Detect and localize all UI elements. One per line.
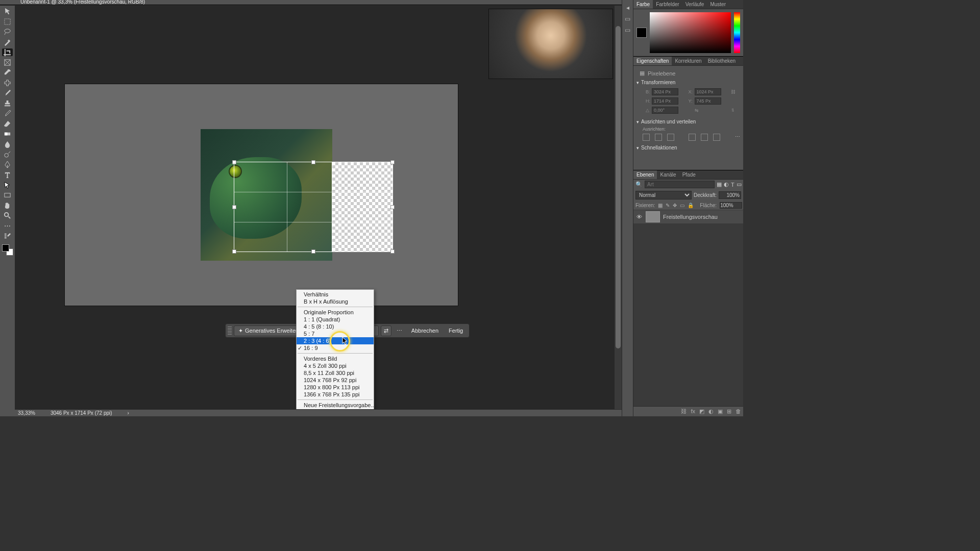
align-right-icon[interactable] (667, 134, 674, 141)
tab-bibliotheken[interactable]: Bibliotheken (705, 57, 739, 65)
menu-item[interactable]: 8,5 x 11 Zoll 300 ppi (297, 369, 374, 377)
scrollbar-vertical[interactable] (615, 6, 622, 409)
type-tool-icon[interactable] (2, 171, 13, 179)
group-icon[interactable]: ▣ (718, 408, 723, 415)
filter-adjust-icon[interactable]: ◐ (724, 181, 729, 188)
fx-icon[interactable]: fx (691, 408, 695, 415)
x-field[interactable] (695, 88, 721, 95)
zoom-tool-icon[interactable] (2, 212, 13, 219)
align-hcenter-icon[interactable] (655, 134, 662, 141)
angle-field[interactable] (652, 107, 678, 114)
zoom-level[interactable]: 33,33% (18, 410, 35, 416)
wand-tool-icon[interactable] (2, 38, 13, 46)
stamp-tool-icon[interactable] (2, 99, 13, 107)
flip-v-icon[interactable]: ⥮ (731, 108, 740, 113)
menu-item[interactable]: 1280 x 800 Px 113 ppi (297, 384, 374, 391)
tab-farbe[interactable]: Farbe (633, 0, 653, 9)
panel-icon[interactable]: ▭ (624, 27, 631, 34)
crop-handle[interactable] (390, 249, 395, 254)
path-tool-icon[interactable] (2, 181, 13, 189)
tab-korrekturen[interactable]: Korrekturen (672, 57, 704, 65)
filter-type-icon[interactable]: T (731, 182, 734, 188)
link-wh-icon[interactable]: ⛓ (731, 89, 740, 94)
layer-filter-input[interactable] (645, 181, 715, 188)
marquee-tool-icon[interactable] (2, 18, 13, 26)
crop-handle[interactable] (311, 249, 315, 254)
tab-muster[interactable]: Muster (707, 0, 729, 9)
tab-verlaeufe[interactable]: Verläufe (682, 0, 707, 9)
menu-item[interactable]: Verhältnis (297, 291, 374, 298)
align-bottom-icon[interactable] (713, 134, 720, 141)
generative-expand-button[interactable]: ✦ Generatives Erweitern (234, 325, 305, 336)
menu-item[interactable]: 4 : 5 (8 : 10) (297, 323, 374, 330)
menu-item[interactable]: 1 : 1 (Quadrat) (297, 316, 374, 323)
crop-handle[interactable] (232, 160, 236, 164)
layer-row[interactable]: 👁 Freistellungsvorschau (633, 210, 743, 223)
menu-item[interactable]: B x H x Auflösung (297, 298, 374, 305)
width-field[interactable] (652, 88, 678, 95)
lock-trans-icon[interactable]: ▦ (658, 203, 663, 208)
menu-item[interactable]: Neue Freistellungsvorgabe... (297, 402, 374, 409)
done-button[interactable]: Fertig (445, 326, 467, 335)
hue-slider[interactable] (734, 12, 740, 53)
expand-icon[interactable]: ◂ (624, 4, 631, 11)
lock-paint-icon[interactable]: ✎ (666, 203, 670, 208)
link-layers-icon[interactable]: ⛓ (681, 408, 687, 415)
layer-name-label[interactable]: Freistellungsvorschau (663, 214, 718, 220)
more-tools-icon[interactable]: ⋯ (2, 222, 13, 230)
flip-h-icon[interactable]: ⇋ (695, 108, 730, 113)
taskbar-drag-handle[interactable] (228, 327, 232, 335)
fill-field[interactable] (720, 202, 742, 209)
delete-icon[interactable]: 🗑 (736, 408, 741, 415)
brush-tool-icon[interactable] (2, 89, 13, 97)
crop-handle[interactable] (311, 160, 315, 164)
swap-orientation-button[interactable]: ⇄ (381, 325, 391, 336)
history-brush-icon[interactable] (2, 110, 13, 117)
color-swatches[interactable] (2, 244, 13, 256)
tab-ebenen[interactable]: Ebenen (633, 170, 657, 179)
tab-pfade[interactable]: Pfade (679, 170, 699, 179)
filter-pixel-icon[interactable]: ▦ (717, 181, 722, 188)
layer-thumbnail[interactable] (646, 211, 660, 222)
opacity-field[interactable] (719, 191, 741, 199)
lasso-tool-icon[interactable] (2, 28, 13, 36)
crop-handle[interactable] (390, 160, 395, 164)
menu-item[interactable]: Vorderes Bild (297, 355, 374, 362)
section-align-header[interactable]: Ausrichten und verteilen (636, 117, 740, 127)
menu-item[interactable]: 2 : 3 (4 : 6) (297, 337, 374, 344)
tab-eigenschaften[interactable]: Eigenschaften (633, 57, 672, 65)
crop-overlay[interactable] (234, 162, 393, 252)
healing-tool-icon[interactable] (2, 79, 13, 87)
menu-item[interactable]: 5 : 7 (297, 330, 374, 337)
mask-icon[interactable]: ◩ (699, 408, 704, 415)
menu-item[interactable]: 4 x 5 Zoll 300 ppi (297, 362, 374, 369)
crop-handle[interactable] (232, 205, 236, 209)
gradient-tool-icon[interactable] (2, 130, 13, 138)
menu-item[interactable]: 1366 x 768 Px 135 ppi (297, 391, 374, 398)
y-field[interactable] (695, 97, 721, 105)
blur-tool-icon[interactable] (2, 140, 13, 148)
menu-item[interactable]: 16 : 9 (297, 344, 374, 352)
edit-toolbar-icon[interactable] (2, 232, 13, 240)
lock-all-icon[interactable]: 🔒 (688, 203, 694, 208)
crop-tool-icon[interactable] (2, 48, 13, 56)
section-quick-header[interactable]: Schnellaktionen (636, 143, 740, 153)
section-transform-header[interactable]: Transformieren (636, 78, 740, 87)
align-top-icon[interactable] (689, 134, 696, 141)
align-left-icon[interactable] (643, 134, 650, 141)
color-picker-field[interactable] (650, 12, 731, 53)
menu-item[interactable]: 1024 x 768 Px 92 ppi (297, 377, 374, 384)
more-options-button[interactable]: ⋯ (394, 326, 405, 336)
menu-item[interactable]: Originale Proportion (297, 309, 374, 316)
lock-nest-icon[interactable]: ▭ (680, 203, 684, 208)
align-vcenter-icon[interactable] (701, 134, 708, 141)
crop-handle[interactable] (232, 249, 236, 254)
frame-tool-icon[interactable] (2, 59, 13, 66)
tab-farbfelder[interactable]: Farbfelder (653, 0, 682, 9)
eyedropper-tool-icon[interactable] (2, 69, 13, 77)
foreground-color-swatch[interactable] (636, 28, 647, 38)
adjustment-icon[interactable]: ◐ (708, 408, 714, 415)
align-more-icon[interactable]: ⋯ (735, 134, 740, 141)
document-artboard[interactable] (65, 84, 458, 306)
status-chevron-icon[interactable]: › (128, 410, 129, 416)
